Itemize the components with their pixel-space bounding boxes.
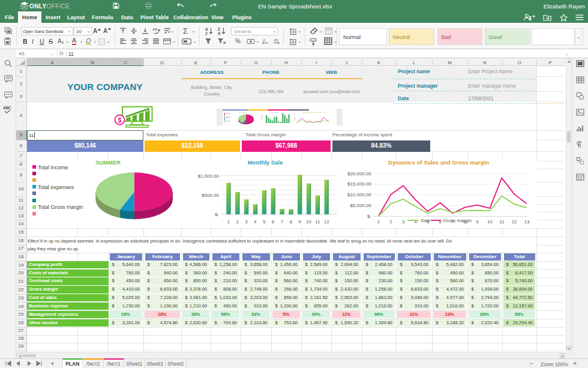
svg-text:6: 6 [439,219,442,225]
svg-text:12: 12 [324,219,329,225]
svg-text:11: 11 [315,219,320,225]
svg-text:Sale: Sale [421,218,431,223]
svg-text:7: 7 [281,219,284,225]
svg-text:6: 6 [272,219,275,225]
svg-text:$20,000.00: $20,000.00 [347,171,372,176]
svg-text:$-: $- [367,214,371,219]
svg-text:4: 4 [254,219,257,225]
svg-text:13: 13 [524,219,529,225]
svg-text:3: 3 [402,219,405,225]
svg-text:4: 4 [414,219,417,225]
svg-text:$500.00: $500.00 [202,193,219,198]
svg-text:5: 5 [263,219,266,225]
svg-text:2: 2 [236,219,239,225]
svg-text:12: 12 [512,219,517,225]
svg-text:$1,000.00: $1,000.00 [198,173,220,179]
svg-text:11: 11 [499,219,505,225]
svg-text:1: 1 [377,219,380,225]
svg-text:9: 9 [476,219,479,225]
svg-text:Gross margin: Gross margin [443,218,472,223]
svg-text:$15,000.00: $15,000.00 [347,181,372,187]
svg-text:8: 8 [290,219,293,225]
svg-text:10: 10 [306,219,311,225]
svg-text:9: 9 [298,219,301,225]
svg-text:10: 10 [487,219,493,225]
svg-text:1: 1 [227,219,230,225]
svg-text:$5,000.00: $5,000.00 [350,203,371,208]
svg-text:3: 3 [245,219,248,225]
svg-text:2: 2 [389,219,392,225]
svg-text:$-: $- [215,212,219,217]
svg-text:$10,000.00: $10,000.00 [347,192,372,198]
